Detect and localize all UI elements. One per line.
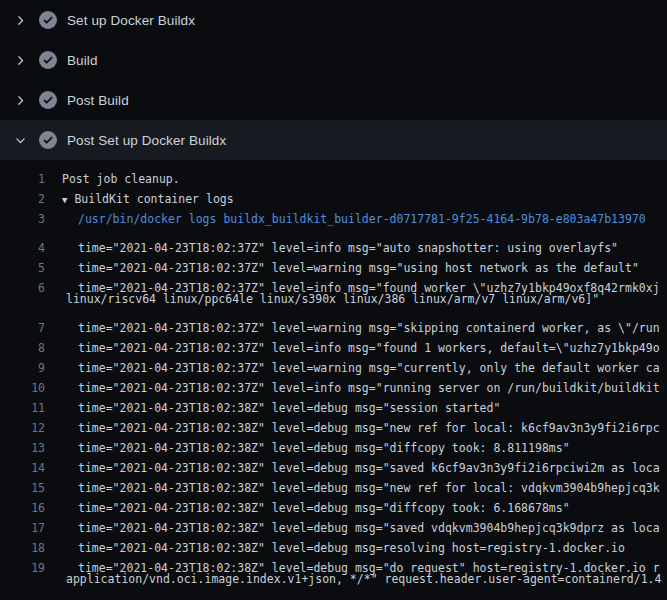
log-line-number[interactable]: 8: [0, 338, 45, 349]
log-line-number[interactable]: 19: [0, 558, 45, 569]
log-line-number[interactable]: 2: [0, 189, 45, 209]
log-line-number[interactable]: 11: [0, 398, 45, 409]
log-line-number[interactable]: 13: [0, 438, 45, 449]
log-line-text: application/vnd.oci.image.index.v1+json,…: [45, 569, 661, 589]
check-circle-icon: [39, 91, 57, 109]
log-viewer: 1 Post job cleanup. 2 ▼BuildKit containe…: [0, 160, 667, 600]
log-line-number[interactable]: 1: [0, 169, 45, 189]
log-line-number[interactable]: 16: [0, 498, 45, 509]
log-line: 20 time="2021-04-23T18:02:38Z" level=deb…: [0, 589, 667, 600]
log-line-number[interactable]: [0, 569, 45, 589]
log-line-number[interactable]: 17: [0, 518, 45, 529]
log-line-text: time="2021-04-23T18:02:37Z" level=warnin…: [45, 358, 660, 378]
log-line-text: time="2021-04-23T18:02:38Z" level=debug …: [45, 498, 570, 518]
log-line-text: Post job cleanup.: [45, 169, 180, 189]
chevron-right-icon: [12, 92, 28, 108]
log-line: 1 Post job cleanup.: [0, 169, 667, 189]
log-line: application/vnd.oci.image.index.v1+json,…: [0, 569, 667, 589]
log-line: linux/riscv64 linux/ppc64le linux/s390x …: [0, 289, 667, 309]
step-label: Build: [67, 53, 98, 68]
log-line: 2 ▼BuildKit container logs: [0, 189, 667, 209]
log-line-number[interactable]: 7: [0, 318, 45, 329]
log-line-text: time="2021-04-23T18:02:37Z" level=info m…: [45, 238, 618, 258]
log-line-number[interactable]: [0, 289, 45, 309]
log-line-number[interactable]: 14: [0, 458, 45, 469]
log-line-text: time="2021-04-23T18:02:38Z" level=debug …: [45, 458, 660, 478]
step-label: Set up Docker Buildx: [67, 13, 195, 28]
log-line-number[interactable]: 5: [0, 258, 45, 269]
log-group-toggle-icon[interactable]: ▼: [62, 190, 74, 210]
log-line-number[interactable]: 18: [0, 538, 45, 549]
log-line-text[interactable]: BuildKit container logs: [74, 189, 233, 209]
log-line: 4 time="2021-04-23T18:02:37Z" level=info…: [0, 229, 667, 249]
log-line-text: time="2021-04-23T18:02:38Z" level=debug …: [45, 478, 660, 498]
log-line-text: time="2021-04-23T18:02:38Z" level=debug …: [45, 538, 625, 558]
log-line-number[interactable]: 6: [0, 278, 45, 289]
step-label: Post Build: [67, 93, 129, 108]
log-line: 7 time="2021-04-23T18:02:37Z" level=warn…: [0, 309, 667, 329]
log-line-text: time="2021-04-23T18:02:37Z" level=warnin…: [45, 318, 660, 338]
log-line-number[interactable]: 10: [0, 378, 45, 389]
log-line-text: time="2021-04-23T18:02:38Z" level=debug …: [45, 418, 660, 438]
check-circle-icon: [39, 51, 57, 69]
job-steps-list: Set up Docker Buildx Build Post Build Po…: [0, 0, 667, 160]
chevron-down-icon: [12, 132, 28, 148]
log-line-text: time="2021-04-23T18:02:37Z" level=warnin…: [45, 258, 639, 278]
log-line-text: /usr/bin/docker logs buildx_buildkit_bui…: [45, 209, 646, 229]
step-row-set-up-docker-buildx[interactable]: Set up Docker Buildx: [0, 0, 667, 40]
chevron-right-icon: [12, 52, 28, 68]
log-line-text: time="2021-04-23T18:02:37Z" level=info m…: [45, 338, 660, 358]
log-line-number[interactable]: 3: [0, 209, 45, 229]
log-line-text: time="2021-04-23T18:02:37Z" level=info m…: [45, 378, 660, 398]
log-line-text: time="2021-04-23T18:02:38Z" level=debug …: [45, 518, 660, 538]
log-line-text: time="2021-04-23T18:02:38Z" level=debug …: [45, 438, 570, 458]
check-circle-icon: [39, 11, 57, 29]
step-label: Post Set up Docker Buildx: [67, 133, 226, 148]
log-line-number[interactable]: 4: [0, 238, 45, 249]
chevron-right-icon: [12, 12, 28, 28]
step-row-post-build[interactable]: Post Build: [0, 80, 667, 120]
log-line-number[interactable]: 9: [0, 358, 45, 369]
check-circle-icon: [39, 131, 57, 149]
step-row-post-set-up-docker-buildx[interactable]: Post Set up Docker Buildx: [0, 120, 667, 160]
log-line-number[interactable]: 12: [0, 418, 45, 429]
log-line-number[interactable]: 15: [0, 478, 45, 489]
step-row-build[interactable]: Build: [0, 40, 667, 80]
log-line: 3 /usr/bin/docker logs buildx_buildkit_b…: [0, 209, 667, 229]
log-line-text: linux/riscv64 linux/ppc64le linux/s390x …: [45, 289, 599, 309]
log-line-text: time="2021-04-23T18:02:38Z" level=debug …: [45, 398, 500, 418]
